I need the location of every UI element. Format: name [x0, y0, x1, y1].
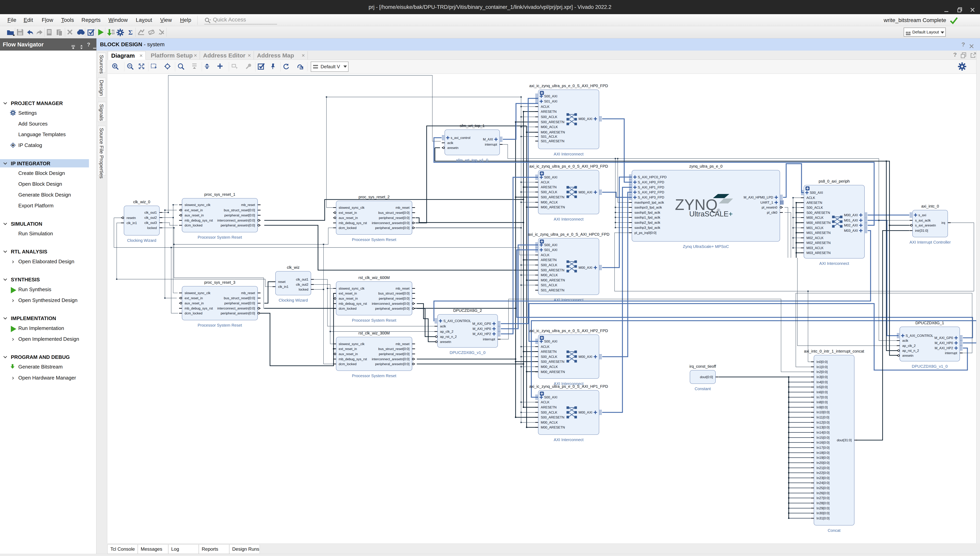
- svg-text:irq_const_tieoff: irq_const_tieoff: [689, 364, 716, 369]
- svg-text:S_AXI_HP3_FPD: S_AXI_HP3_FPD: [638, 196, 664, 199]
- svg-text:ACLK: ACLK: [541, 253, 550, 257]
- svg-text:In31[0:0]: In31[0:0]: [817, 516, 830, 520]
- svg-text:slowest_sync_clk: slowest_sync_clk: [339, 206, 365, 210]
- svg-text:interrupt: interrupt: [483, 338, 495, 341]
- svg-text:ps8_0_axi_periph: ps8_0_axi_periph: [818, 179, 850, 184]
- svg-text:Processor System Reset: Processor System Reset: [197, 323, 242, 327]
- svg-text:M03_ACLK: M03_ACLK: [807, 246, 824, 250]
- svg-text:mb_reset: mb_reset: [396, 342, 409, 346]
- svg-text:aresetn: aresetn: [447, 146, 459, 150]
- svg-text:S01_ARESETN: S01_ARESETN: [541, 288, 564, 292]
- svg-text:In17[0:0]: In17[0:0]: [817, 446, 830, 449]
- svg-text:In3[0:0]: In3[0:0]: [817, 375, 828, 379]
- svg-text:S00_ACLK: S00_ACLK: [541, 411, 558, 414]
- svg-text:pl_resetn0: pl_resetn0: [762, 205, 777, 209]
- svg-text:s_axi_control: s_axi_control: [451, 136, 470, 140]
- svg-text:interconnect_aresetn[0:0]: interconnect_aresetn[0:0]: [372, 302, 409, 305]
- svg-text:S01_ACLK: S01_ACLK: [541, 283, 558, 287]
- svg-text:axi_ic_zynq_ultra_ps_e_0_S_AXI: axi_ic_zynq_ultra_ps_e_0_S_AXI_HPC0_FPD: [528, 232, 610, 237]
- svg-text:In16[0:0]: In16[0:0]: [817, 441, 830, 444]
- svg-text:mb_debug_sys_rst: mb_debug_sys_rst: [339, 302, 367, 305]
- svg-text:ACLK: ACLK: [541, 400, 550, 404]
- svg-text:peripheral_aresetn[0:0]: peripheral_aresetn[0:0]: [221, 312, 255, 315]
- svg-text:S00_ARESETN: S00_ARESETN: [807, 211, 830, 215]
- svg-text:S00_AXI: S00_AXI: [810, 191, 823, 195]
- svg-text:S_AXI_HP1_FPD: S_AXI_HP1_FPD: [638, 186, 664, 189]
- svg-text:ARESETN: ARESETN: [541, 350, 556, 354]
- svg-text:ARESETN: ARESETN: [541, 110, 556, 113]
- svg-text:M_AXI_GP0: M_AXI_GP0: [935, 336, 953, 340]
- svg-text:S00_AXI: S00_AXI: [544, 339, 557, 343]
- svg-text:interconnect_aresetn[0:0]: interconnect_aresetn[0:0]: [372, 221, 409, 225]
- svg-text:dcm_locked: dcm_locked: [339, 226, 357, 230]
- svg-text:M00_ACLK: M00_ACLK: [807, 216, 824, 220]
- svg-text:reset: reset: [278, 280, 286, 284]
- svg-text:S00_ACLK: S00_ACLK: [541, 190, 558, 194]
- svg-text:S00_ACLK: S00_ACLK: [541, 263, 558, 267]
- svg-text:M_AXI_HP2: M_AXI_HP2: [472, 332, 491, 336]
- svg-text:M_AXI_HPM0_LPD: M_AXI_HPM0_LPD: [744, 196, 773, 199]
- svg-text:interconnect_aresetn[0:0]: interconnect_aresetn[0:0]: [217, 218, 255, 222]
- svg-text:S00_ACLK: S00_ACLK: [807, 206, 823, 210]
- svg-text:ap_rst_n_2: ap_rst_n_2: [440, 335, 457, 339]
- svg-text:slowest_sync_clk: slowest_sync_clk: [184, 203, 210, 207]
- svg-text:In18[0:0]: In18[0:0]: [817, 451, 830, 455]
- svg-text:In21[0:0]: In21[0:0]: [817, 466, 830, 470]
- svg-text:ACLK: ACLK: [541, 180, 550, 184]
- svg-text:mb_debug_sys_rst: mb_debug_sys_rst: [339, 357, 367, 361]
- svg-text:mb_debug_sys_rst: mb_debug_sys_rst: [184, 307, 213, 310]
- svg-text:maxihpm0_lpd_aclk: maxihpm0_lpd_aclk: [634, 201, 664, 204]
- svg-text:ACLK: ACLK: [541, 345, 550, 349]
- svg-text:interconnect_aresetn[0:0]: interconnect_aresetn[0:0]: [217, 307, 255, 310]
- svg-text:In24[0:0]: In24[0:0]: [817, 481, 830, 485]
- svg-text:Processor System Reset: Processor System Reset: [352, 373, 396, 378]
- svg-text:S00_ARESETN: S00_ARESETN: [541, 415, 564, 419]
- svg-text:s_axi_aclk: s_axi_aclk: [915, 218, 931, 222]
- svg-text:peripheral_reset[0:0]: peripheral_reset[0:0]: [379, 216, 409, 220]
- svg-text:ap_clk_2: ap_clk_2: [902, 344, 916, 348]
- svg-text:M00_ARESETN: M00_ARESETN: [807, 221, 831, 225]
- svg-text:proc_sys_reset_3: proc_sys_reset_3: [204, 280, 235, 285]
- svg-text:ext_reset_in: ext_reset_in: [184, 296, 203, 300]
- svg-text:10: 10: [112, 32, 115, 35]
- svg-text:In4[0:0]: In4[0:0]: [817, 380, 828, 384]
- svg-text:clk_out3: clk_out3: [144, 221, 157, 225]
- svg-text:dcm_locked: dcm_locked: [339, 307, 357, 310]
- svg-text:M00_ARESETN: M00_ARESETN: [541, 425, 565, 429]
- svg-text:In12[0:0]: In12[0:0]: [817, 421, 830, 424]
- svg-text:M00_ARESETN: M00_ARESETN: [541, 370, 565, 374]
- svg-text:s_axi: s_axi: [919, 213, 926, 217]
- svg-text:locked: locked: [299, 288, 308, 291]
- svg-text:ext_reset_in: ext_reset_in: [339, 292, 357, 295]
- svg-text:M00_AXI: M00_AXI: [579, 266, 592, 270]
- svg-text:S00_ARESETN: S00_ARESETN: [541, 120, 564, 124]
- svg-text:rst_clk_wiz_300M: rst_clk_wiz_300M: [359, 331, 390, 335]
- svg-text:mb_debug_sys_rst: mb_debug_sys_rst: [339, 221, 367, 225]
- svg-text:S00_ARESETN: S00_ARESETN: [541, 268, 564, 272]
- svg-text:M00_AXI: M00_AXI: [579, 191, 592, 194]
- svg-text:aresetn: aresetn: [440, 340, 451, 344]
- svg-text:ext_reset_in: ext_reset_in: [339, 211, 357, 215]
- svg-text:Processor System Reset: Processor System Reset: [352, 318, 396, 322]
- svg-text:In25[0:0]: In25[0:0]: [817, 486, 830, 490]
- svg-text:aresetn: aresetn: [902, 354, 914, 357]
- svg-text:peripheral_reset[0:0]: peripheral_reset[0:0]: [224, 301, 255, 305]
- svg-text:bus_struct_reset[0:0]: bus_struct_reset[0:0]: [378, 347, 409, 351]
- svg-text:pl_clk0: pl_clk0: [767, 211, 777, 215]
- svg-text:interrupt: interrupt: [485, 143, 497, 146]
- svg-text:ARESETN: ARESETN: [541, 258, 556, 262]
- svg-text:aclk: aclk: [447, 141, 453, 145]
- svg-text:S00_AXI: S00_AXI: [544, 176, 557, 179]
- svg-text:M00_AXI: M00_AXI: [844, 213, 858, 217]
- svg-text:dcm_locked: dcm_locked: [184, 223, 202, 227]
- svg-text:In10[0:0]: In10[0:0]: [817, 411, 830, 414]
- svg-text:M_AXI_HP0: M_AXI_HP0: [935, 341, 953, 345]
- svg-text:saxihpc0_fpd_aclk: saxihpc0_fpd_aclk: [634, 205, 662, 209]
- svg-text:M00_ACLK: M00_ACLK: [541, 365, 558, 369]
- svg-text:AXI Interconnect: AXI Interconnect: [554, 297, 584, 302]
- svg-text:Σ: Σ: [128, 29, 133, 36]
- svg-text:M01_ARESETN: M01_ARESETN: [807, 231, 831, 235]
- svg-text:AXI Interrupt Controller: AXI Interrupt Controller: [910, 240, 951, 244]
- svg-text:In19[0:0]: In19[0:0]: [817, 456, 830, 460]
- svg-text:dcm_locked: dcm_locked: [339, 362, 357, 366]
